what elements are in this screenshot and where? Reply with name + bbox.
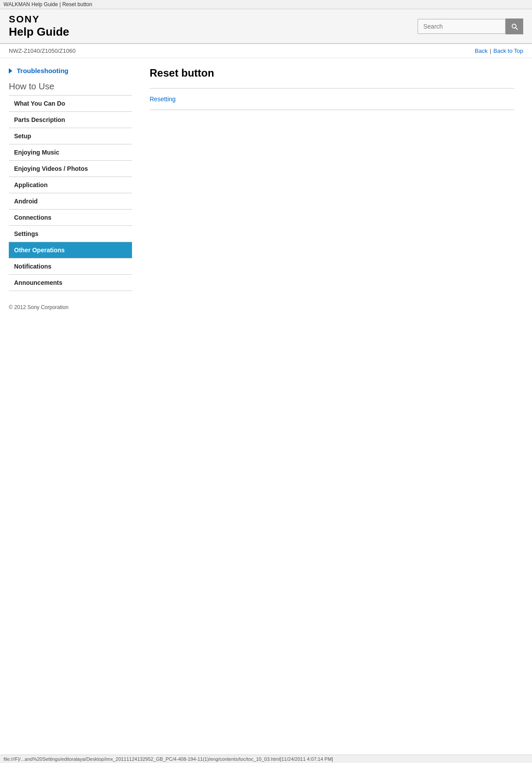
chevron-right-icon [9, 68, 12, 74]
device-model: NWZ-Z1040/Z1050/Z1060 [9, 48, 76, 54]
sidebar-item-enjoying-videos-photos[interactable]: Enjoying Videos / Photos [9, 161, 132, 177]
how-to-use-heading: How to Use [9, 81, 132, 92]
sidebar-item-connections[interactable]: Connections [9, 210, 132, 226]
search-input[interactable] [418, 19, 506, 34]
sidebar-item-setup[interactable]: Setup [9, 128, 132, 144]
logo-area: SONY Help Guide [9, 14, 69, 39]
back-to-top-link[interactable]: Back to Top [493, 48, 523, 54]
sidebar-item-application[interactable]: Application [9, 177, 132, 193]
sidebar-item-settings[interactable]: Settings [9, 226, 132, 242]
nav-bar: NWZ-Z1040/Z1050/Z1060 Back | Back to Top [0, 44, 532, 58]
sony-logo: SONY [9, 14, 69, 25]
sidebar-item-notifications[interactable]: Notifications [9, 258, 132, 275]
sidebar: Troubleshooting How to Use What You Can … [9, 63, 132, 291]
sidebar-item-android[interactable]: Android [9, 193, 132, 210]
troubleshooting-link[interactable]: Troubleshooting [9, 67, 132, 74]
back-link[interactable]: Back [475, 48, 488, 54]
sidebar-item-what-you-can-do[interactable]: What You Can Do [9, 96, 132, 112]
search-icon [510, 22, 518, 30]
content-top-divider [150, 88, 514, 88]
header: SONY Help Guide [0, 9, 532, 44]
title-bar-text: WALKMAN Help Guide | Reset button [4, 1, 92, 7]
copyright-text: © 2012 Sony Corporation [9, 304, 69, 310]
help-guide-title: Help Guide [9, 25, 69, 39]
troubleshooting-label: Troubleshooting [17, 67, 69, 74]
search-button[interactable] [506, 18, 523, 34]
footer: © 2012 Sony Corporation [0, 295, 532, 314]
main-content: Reset button Resetting [141, 63, 523, 291]
page-heading: Reset button [150, 67, 514, 79]
title-bar: WALKMAN Help Guide | Reset button [0, 0, 532, 9]
resetting-link[interactable]: Resetting [150, 96, 176, 103]
search-area [418, 18, 523, 34]
content-bottom-divider [150, 110, 514, 110]
main-layout: Troubleshooting How to Use What You Can … [0, 58, 532, 295]
nav-links: Back | Back to Top [475, 48, 523, 54]
sidebar-item-announcements[interactable]: Announcements [9, 275, 132, 291]
nav-divider: | [490, 48, 491, 54]
sidebar-item-other-operations[interactable]: Other Operations [9, 242, 132, 258]
sidebar-item-enjoying-music[interactable]: Enjoying Music [9, 144, 132, 161]
sidebar-item-parts-description[interactable]: Parts Description [9, 112, 132, 128]
